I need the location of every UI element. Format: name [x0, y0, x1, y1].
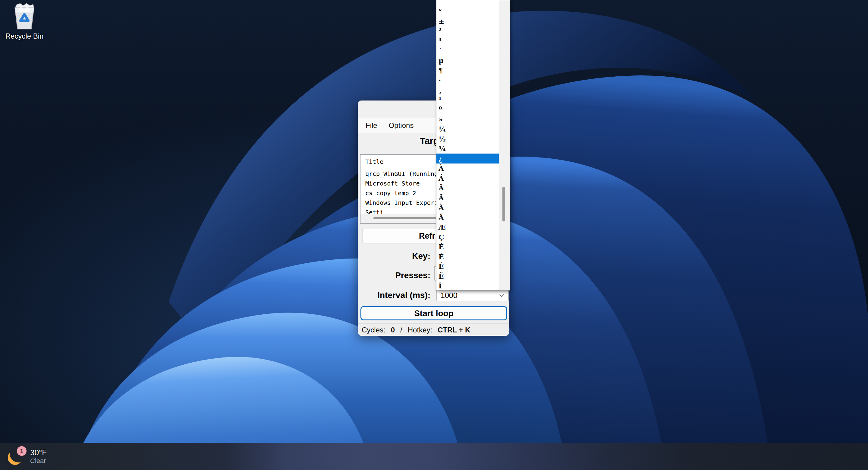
dropdown-item[interactable]: É — [436, 252, 499, 262]
statusbar: Cycles: 0 / Hotkey: CTRL + K — [358, 324, 509, 336]
dropdown-item[interactable]: Ç — [436, 232, 499, 242]
recycle-bin-label: Recycle Bin — [5, 32, 44, 40]
dropdown-item[interactable]: · — [436, 75, 499, 85]
cycles-value: 0 — [391, 326, 395, 334]
recycle-bin-icon — [11, 3, 37, 31]
cycles-label: Cycles: — [362, 326, 385, 334]
dropdown-item[interactable]: Â — [436, 183, 499, 193]
dropdown-item[interactable]: Ã — [436, 193, 499, 203]
notification-badge: 1 — [17, 446, 27, 456]
dropdown-item[interactable]: Å — [436, 212, 499, 222]
chevron-down-icon — [499, 294, 504, 297]
dropdown-scrollbar-thumb[interactable] — [502, 187, 505, 222]
interval-value: 1000 — [441, 291, 499, 300]
menu-options[interactable]: Options — [389, 121, 414, 130]
dropdown-item[interactable]: ¸ — [436, 85, 499, 95]
dropdown-item[interactable]: Æ — [436, 222, 499, 232]
dropdown-item[interactable]: ³ — [436, 36, 499, 46]
start-loop-label: Start loop — [414, 309, 454, 318]
dropdown-item[interactable]: ¹ — [436, 95, 499, 105]
menu-file[interactable]: File — [366, 121, 377, 130]
dropdown-item[interactable]: Ä — [436, 203, 499, 213]
dropdown-item[interactable]: Á — [436, 173, 499, 183]
key-label: Key: — [358, 251, 430, 261]
weather-widget[interactable]: 1 30°F Clear — [8, 443, 47, 470]
interval-combobox[interactable]: 1000 — [436, 289, 509, 301]
hotkey-value: CTRL + K — [438, 326, 470, 334]
dropdown-item[interactable]: ¼ — [436, 124, 499, 134]
dropdown-item[interactable]: Ë — [436, 271, 499, 281]
dropdown-item[interactable]: ¶ — [436, 65, 499, 76]
start-loop-button[interactable]: Start loop — [361, 306, 507, 320]
dropdown-item[interactable]: ° — [436, 7, 499, 17]
taskbar: 1 30°F Clear Search — [0, 443, 868, 470]
dropdown-item[interactable]: » — [436, 114, 499, 124]
dropdown-item[interactable]: ± — [436, 16, 499, 26]
weather-condition: Clear — [30, 457, 47, 465]
interval-label: Interval (ms): — [358, 289, 430, 301]
weather-moon-icon: 1 — [8, 448, 25, 465]
dropdown-item[interactable]: ² — [436, 26, 499, 36]
dropdown-item[interactable]: º — [436, 105, 499, 115]
dropdown-item[interactable]: Ê — [436, 262, 499, 271]
refresh-button-label: Refr — [419, 229, 435, 243]
dropdown-item[interactable]: Ì — [436, 281, 499, 291]
dropdown-item[interactable]: À — [436, 164, 499, 173]
dropdown-item[interactable]: ¯ — [436, 0, 499, 7]
recycle-bin[interactable]: Recycle Bin — [5, 3, 44, 40]
hotkey-label: Hotkey: — [408, 326, 432, 334]
character-dropdown-list: ¯°±²³´µ¶·¸¹º»¼½¾¿ÀÁÂÃÄÅÆÇÈÉÊËÌ — [436, 0, 499, 291]
dropdown-item[interactable]: ´ — [436, 46, 499, 56]
presses-label: Presses: — [358, 270, 430, 281]
dropdown-scrollbar[interactable] — [499, 0, 510, 290]
weather-temperature: 30°F — [30, 448, 47, 457]
dropdown-item[interactable]: µ — [436, 56, 499, 65]
dropdown-item[interactable]: ½ — [436, 134, 499, 144]
dropdown-item[interactable]: ¾ — [436, 144, 499, 154]
status-separator: / — [400, 326, 402, 334]
key-character-dropdown: ¯°±²³´µ¶·¸¹º»¼½¾¿ÀÁÂÃÄÅÆÇÈÉÊËÌ — [436, 0, 510, 291]
desktop: Recycle Bin File Options Targ Title qrcp… — [0, 0, 868, 470]
dropdown-item[interactable]: È — [436, 242, 499, 252]
window-list-header: Title — [365, 158, 383, 165]
